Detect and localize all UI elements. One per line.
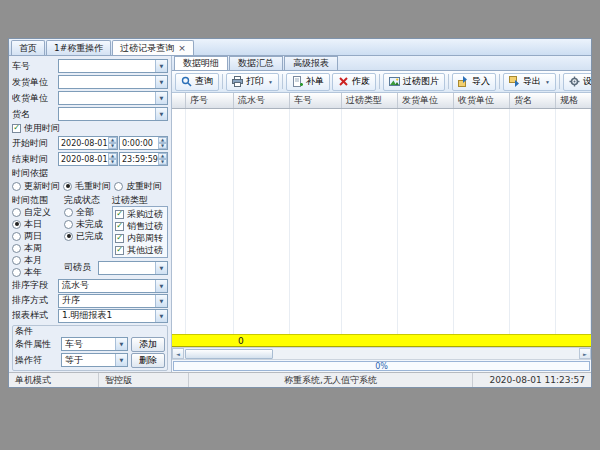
- option-label: 未完成: [76, 218, 103, 230]
- complete-status-group: 完成状态 全部 未完成 已完成: [64, 194, 112, 258]
- delete-condition-button[interactable]: 删除: [131, 353, 165, 368]
- tab-label: 1#称重操作: [54, 42, 103, 55]
- weigh-photo-button[interactable]: 过磅图片: [383, 73, 445, 91]
- spin-down-icon[interactable]: [108, 159, 117, 165]
- checkbox-purchase-weigh[interactable]: 采购过磅: [115, 208, 165, 220]
- time-range-label: 时间范围: [12, 194, 64, 206]
- spinner[interactable]: [108, 153, 117, 165]
- time-value: 0:00:00: [122, 139, 153, 148]
- spinner[interactable]: [158, 137, 167, 149]
- radio-tare-time[interactable]: 皮重时间: [114, 180, 162, 192]
- progress-strip: 0%: [172, 359, 591, 372]
- radio-icon: [63, 182, 72, 191]
- red-cross-icon: [338, 76, 349, 87]
- end-date-field[interactable]: 2020-08-01: [58, 152, 118, 166]
- screen: 首页 1#称重操作 过磅记录查询 车号 发货单位 收货单位: [0, 0, 600, 450]
- radio-today[interactable]: 本日: [12, 218, 64, 230]
- horizontal-scrollbar[interactable]: [172, 347, 591, 359]
- goods-combobox[interactable]: [58, 107, 168, 121]
- grid-column-line: [172, 109, 186, 334]
- option-label: 毛重时间: [75, 180, 111, 192]
- radio-this-month[interactable]: 本月: [12, 254, 64, 266]
- grid-column-line: [454, 109, 510, 334]
- chevron-down-icon: [155, 60, 167, 72]
- column-header-vehicle[interactable]: 车号: [290, 93, 342, 108]
- use-time-row[interactable]: 使用时间: [12, 122, 168, 135]
- combo-value: 流水号: [62, 279, 89, 292]
- scrollbar-thumb[interactable]: [185, 349, 273, 359]
- radio-update-time[interactable]: 更新时间: [12, 180, 60, 192]
- vehicle-combobox[interactable]: [58, 59, 168, 73]
- radio-unfinished[interactable]: 未完成: [64, 218, 112, 230]
- checkbox-internal-transfer[interactable]: 内部周转: [115, 232, 165, 244]
- close-icon[interactable]: [178, 44, 186, 53]
- column-header-receiver[interactable]: 收货单位: [454, 93, 510, 108]
- button-label: 设置: [583, 75, 592, 88]
- picture-icon: [389, 76, 400, 87]
- void-button[interactable]: 作废: [332, 73, 376, 91]
- spin-down-icon[interactable]: [158, 143, 167, 149]
- condition-op-label: 操作符: [15, 354, 61, 367]
- report-style-combobox[interactable]: 1.明细报表1: [58, 309, 168, 323]
- spinner[interactable]: [158, 153, 167, 165]
- settings-button[interactable]: 设置: [563, 73, 592, 91]
- column-header-shipper[interactable]: 发货单位: [398, 93, 454, 108]
- import-button[interactable]: 导入: [452, 73, 496, 91]
- option-label: 本年: [24, 266, 42, 278]
- search-icon: [181, 76, 192, 87]
- operator-row: 司磅员: [64, 260, 168, 275]
- right-filter-columns: 完成状态 全部 未完成 已完成 过磅类型 采购过磅 销售过磅 内部周转: [64, 194, 168, 278]
- radio-this-year[interactable]: 本年: [12, 266, 64, 278]
- condition-op-combobox[interactable]: 等于: [61, 353, 128, 367]
- scrollbar-track[interactable]: [274, 348, 579, 359]
- import-arrow-icon: [458, 76, 469, 87]
- tab-data-summary[interactable]: 数据汇总: [229, 56, 283, 70]
- checkbox-other-weigh[interactable]: 其他过磅: [115, 244, 165, 256]
- tab-data-detail[interactable]: 数据明细: [174, 56, 228, 70]
- scroll-right-icon[interactable]: [579, 348, 591, 359]
- column-header-weigh-type[interactable]: 过磅类型: [342, 93, 398, 108]
- operator-combobox[interactable]: [98, 261, 168, 275]
- radio-all[interactable]: 全部: [64, 206, 112, 218]
- start-time-label: 开始时间: [12, 137, 58, 150]
- receiver-combobox[interactable]: [58, 91, 168, 105]
- spin-down-icon[interactable]: [108, 143, 117, 149]
- shipper-combobox[interactable]: [58, 75, 168, 89]
- chevron-down-icon: [115, 354, 127, 366]
- button-label: 打印: [246, 75, 264, 88]
- checkbox-sales-weigh[interactable]: 销售过磅: [115, 220, 165, 232]
- tab-weigh-record-query[interactable]: 过磅记录查询: [112, 40, 194, 55]
- status-system-name: 称重系统,无人值守系统: [189, 373, 473, 387]
- radio-finished[interactable]: 已完成: [64, 230, 112, 242]
- scroll-left-icon[interactable]: [172, 348, 184, 359]
- end-clock-field[interactable]: 23:59:59: [119, 152, 168, 166]
- column-header-spec[interactable]: 规格: [556, 93, 591, 108]
- sort-order-combobox[interactable]: 升序: [58, 294, 168, 308]
- supplement-order-button[interactable]: 补单: [286, 73, 330, 91]
- radio-this-week[interactable]: 本周: [12, 242, 64, 254]
- column-header-index[interactable]: 序号: [186, 93, 234, 108]
- column-header-serial[interactable]: 流水号: [234, 93, 290, 108]
- radio-custom[interactable]: 自定义: [12, 206, 64, 218]
- start-clock-field[interactable]: 0:00:00: [119, 136, 168, 150]
- start-date-field[interactable]: 2020-08-01: [58, 136, 118, 150]
- option-label: 本周: [24, 242, 42, 254]
- radio-gross-time[interactable]: 毛重时间: [63, 180, 111, 192]
- radio-two-days[interactable]: 两日: [12, 230, 64, 242]
- tab-weigh-operation[interactable]: 1#称重操作: [46, 40, 111, 55]
- add-condition-button[interactable]: 添加: [131, 337, 165, 352]
- spin-down-icon[interactable]: [158, 159, 167, 165]
- toolbar-separator: [379, 74, 380, 89]
- combo-value: 1.明细报表1: [62, 309, 112, 322]
- print-button[interactable]: 打印: [226, 73, 279, 91]
- condition-attr-combobox[interactable]: 车号: [61, 337, 128, 351]
- sort-field-combobox[interactable]: 流水号: [58, 279, 168, 293]
- tab-home[interactable]: 首页: [11, 40, 45, 55]
- column-header-goods[interactable]: 货名: [510, 93, 556, 108]
- time-basis-label: 时间依据: [12, 167, 168, 179]
- export-button[interactable]: 导出: [503, 73, 556, 91]
- checkbox-icon: [12, 124, 21, 133]
- tab-advanced-report[interactable]: 高级报表: [284, 56, 338, 70]
- query-button[interactable]: 查询: [175, 73, 219, 91]
- spinner[interactable]: [108, 137, 117, 149]
